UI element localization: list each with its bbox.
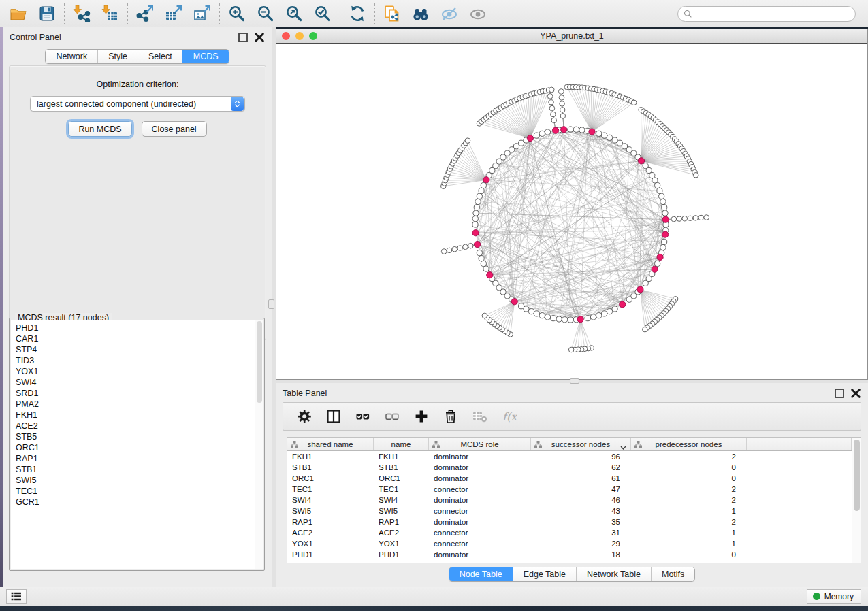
table-cell: 2 [631, 484, 747, 495]
mcds-result-item[interactable]: TEC1 [16, 486, 255, 497]
table-cell: 61 [531, 473, 631, 484]
table-row[interactable]: STB1STB1dominator620 [287, 462, 852, 473]
settings-gear-icon[interactable] [293, 406, 316, 427]
mcds-result-item[interactable]: SRD1 [16, 388, 255, 399]
column-header-predecessor-nodes[interactable]: predecessor nodes [631, 438, 747, 450]
table-cell: connector [429, 484, 531, 495]
export-network-icon[interactable] [131, 2, 159, 25]
column-header-successor-nodes[interactable]: successor nodes [531, 438, 631, 450]
table-cell: FKH1 [374, 451, 429, 462]
table-row[interactable]: YOX1YOX1connector291 [287, 538, 852, 549]
mcds-result-item[interactable]: PHD1 [16, 323, 255, 333]
table-panel-title: Table Panel [283, 389, 327, 398]
mcds-result-item[interactable]: ACE2 [16, 420, 255, 431]
select-all-icon[interactable] [351, 406, 374, 427]
network-titlebar[interactable]: YPA_prune.txt_1 [276, 29, 867, 44]
mcds-result-group: MCDS result (17 nodes) PHD1CAR1STP4TID3Y… [9, 318, 265, 571]
vertical-splitter[interactable] [272, 27, 276, 587]
table-cell: SWI5 [287, 506, 374, 516]
open-file-icon[interactable] [4, 2, 33, 25]
zoom-out-icon[interactable] [251, 2, 280, 25]
hide-selected-icon[interactable] [435, 2, 464, 25]
mcds-result-item[interactable]: FKH1 [16, 410, 255, 420]
mcds-result-item[interactable]: STB5 [16, 431, 255, 442]
delete-column-icon[interactable] [439, 406, 462, 427]
tab-mcds[interactable]: MCDS [182, 50, 229, 63]
table-row[interactable]: PHD1PHD1dominator180 [287, 549, 852, 560]
search-field[interactable] [677, 6, 856, 22]
export-image-icon[interactable] [188, 2, 216, 25]
column-header-shared-name[interactable]: shared name [287, 438, 374, 450]
zoom-in-icon[interactable] [223, 2, 251, 25]
run-mcds-button[interactable]: Run MCDS [68, 121, 131, 137]
column-type-icon [634, 441, 642, 450]
mcds-result-item[interactable]: STP4 [16, 344, 255, 355]
table-cell: ORC1 [374, 473, 429, 484]
table-cell: ACE2 [374, 527, 429, 538]
table-row[interactable]: ACE2ACE2connector311 [287, 527, 852, 538]
tab-style[interactable]: Style [97, 50, 138, 63]
mcds-result-item[interactable]: SWI4 [16, 377, 255, 388]
close-panel-button[interactable]: Close panel [142, 121, 207, 137]
criterion-dropdown[interactable]: largest connected component (undirected) [30, 96, 245, 112]
table-row[interactable]: SWI5SWI5connector431 [287, 506, 852, 516]
mcds-result-item[interactable]: RAP1 [16, 453, 255, 464]
memory-button[interactable]: Memory [807, 589, 861, 604]
close-panel-icon[interactable] [254, 32, 265, 43]
mcds-list-scrollbar[interactable] [255, 320, 263, 569]
column-label: name [391, 440, 411, 448]
mcds-result-item[interactable]: TID3 [16, 355, 255, 366]
zoom-fit-icon[interactable] [280, 2, 308, 25]
table-row[interactable]: FKH1FKH1dominator962 [287, 451, 852, 462]
table-cell: 0 [631, 549, 747, 560]
find-icon[interactable] [406, 2, 435, 25]
float-table-panel-icon[interactable] [834, 388, 845, 399]
table-row[interactable]: SWI4SWI4dominator462 [287, 495, 852, 506]
tab-edge-table[interactable]: Edge Table [513, 567, 576, 581]
zoom-selected-icon[interactable] [308, 2, 337, 25]
column-header-name[interactable]: name [374, 438, 429, 450]
copy-network-icon[interactable] [378, 2, 406, 25]
tab-motifs[interactable]: Motifs [651, 567, 694, 581]
close-table-panel-icon[interactable] [850, 388, 861, 399]
mcds-result-item[interactable]: GCR1 [16, 497, 255, 508]
mcds-result-item[interactable]: STB1 [16, 464, 255, 475]
deselect-all-icon[interactable] [381, 406, 404, 427]
vertical-splitter-handle[interactable] [268, 299, 274, 309]
tab-select[interactable]: Select [138, 50, 182, 63]
control-panel-title: Control Panel [10, 33, 61, 42]
horizontal-splitter-handle[interactable] [570, 378, 579, 384]
import-table-icon[interactable] [96, 2, 125, 25]
table-cell: 2 [631, 451, 747, 462]
refresh-icon[interactable] [343, 2, 372, 25]
mcds-result-list[interactable]: PHD1CAR1STP4TID3YOX1SWI4SRD1PMA2FKH1ACE2… [11, 320, 263, 569]
split-columns-icon[interactable] [322, 406, 345, 427]
float-panel-icon[interactable] [238, 32, 248, 43]
export-table-icon[interactable] [159, 2, 188, 25]
mcds-result-item[interactable]: ORC1 [16, 442, 255, 453]
mcds-result-item[interactable]: SWI5 [16, 475, 255, 486]
search-input[interactable] [692, 7, 855, 20]
mcds-result-item[interactable]: CAR1 [16, 333, 255, 344]
mcds-result-item[interactable]: PMA2 [16, 399, 255, 410]
table-header-row: shared namenameMCDS rolesuccessor nodesp… [287, 438, 852, 451]
tab-node-table[interactable]: Node Table [449, 567, 513, 581]
task-history-button[interactable] [6, 589, 27, 604]
mcds-result-item[interactable]: YOX1 [16, 366, 255, 377]
tab-network[interactable]: Network [46, 50, 97, 63]
table-row[interactable]: RAP1RAP1dominator352 [287, 516, 852, 527]
import-network-icon[interactable] [67, 2, 96, 25]
toolbar-separator [340, 3, 340, 24]
table-row[interactable]: ORC1ORC1dominator610 [287, 473, 852, 484]
network-canvas[interactable] [276, 44, 867, 379]
table-cell: STB1 [374, 462, 429, 473]
table-cell: TEC1 [287, 484, 374, 495]
tab-network-table[interactable]: Network Table [576, 567, 651, 581]
table-cell: 43 [531, 506, 631, 516]
horizontal-splitter[interactable] [276, 380, 868, 383]
table-scrollbar[interactable] [852, 438, 861, 563]
column-header-MCDS-role[interactable]: MCDS role [429, 438, 531, 450]
table-row[interactable]: TEC1TEC1connector472 [287, 484, 852, 495]
add-column-icon[interactable] [410, 406, 433, 427]
save-session-icon[interactable] [33, 2, 61, 25]
